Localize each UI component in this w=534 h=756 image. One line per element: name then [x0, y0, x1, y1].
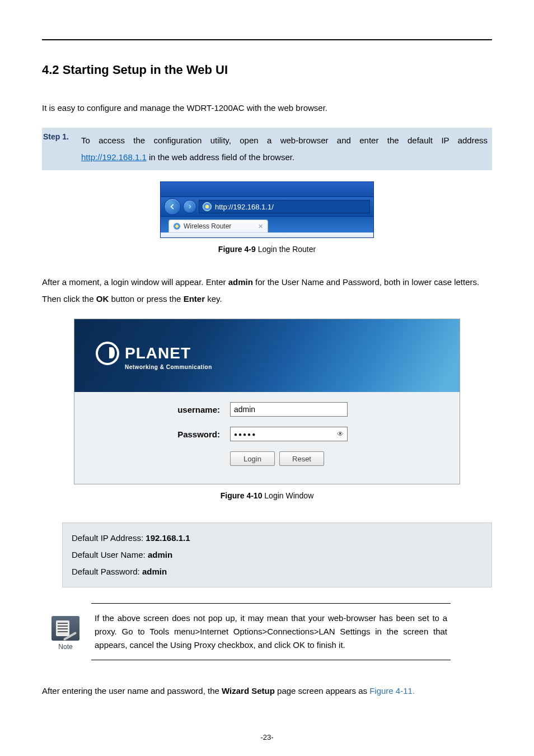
default-user-value: admin: [148, 550, 172, 559]
step-line-1: To access the configuration utility, ope…: [81, 132, 488, 149]
closing-paragraph: After entering the user name and passwor…: [42, 683, 492, 699]
planet-logo-top: PLANET: [96, 342, 212, 365]
back-button[interactable]: [164, 198, 181, 215]
ap-ok: OK: [96, 294, 109, 304]
figure-2-text: Login Window: [262, 491, 313, 500]
default-user-row: Default User Name: admin: [72, 547, 483, 563]
password-row: Password: ●●●●● 👁: [125, 427, 409, 441]
note-icon-label: Note: [58, 643, 72, 651]
arrow-right-icon: [187, 204, 193, 209]
note-icon: [51, 616, 79, 641]
login-button[interactable]: Login: [230, 451, 275, 466]
closing-figure-link[interactable]: Figure 4-11.: [369, 686, 415, 696]
figure-1-caption: Figure 4-9 Login the Router: [42, 245, 492, 254]
closing-b: page screen appears as: [275, 686, 369, 696]
top-rule: [42, 39, 492, 40]
page-container: 4.2 Starting Setup in the Web UI It is e…: [0, 0, 534, 756]
default-ip-row: Default IP Address: 192.168.1.1: [72, 530, 483, 547]
page-number: -23-: [42, 733, 492, 741]
step-body: To access the configuration utility, ope…: [81, 132, 488, 166]
note-icon-cell: Note: [45, 603, 86, 660]
planet-orb-icon: [96, 342, 119, 365]
address-field[interactable]: http://192.168.1.1/: [199, 200, 370, 213]
reveal-password-icon[interactable]: 👁: [337, 430, 344, 438]
password-mask: ●●●●●: [234, 431, 256, 437]
tab-title: Wireless Router: [184, 222, 231, 230]
planet-brand-main: PLANET: [125, 344, 191, 362]
closing-a: After entering the user name and passwor…: [42, 686, 222, 696]
password-input[interactable]: ●●●●● 👁: [230, 427, 348, 441]
figure-1-label: Figure 4-9: [218, 245, 256, 254]
ap-enter: Enter: [184, 294, 205, 304]
ap-admin: admin: [228, 277, 253, 287]
step-text-after: in the web address field of the browser.: [147, 152, 294, 162]
default-ip-value: 192.168.1.1: [146, 533, 190, 543]
planet-brand-sub: Networking & Communication: [125, 364, 212, 370]
browser-titlebar: [161, 182, 373, 197]
browser-figure: http://192.168.1.1/ Wireless Router ✕: [160, 181, 374, 238]
browser-tab[interactable]: Wireless Router ✕: [168, 220, 268, 232]
username-input[interactable]: admin: [230, 402, 348, 417]
reset-button[interactable]: Reset: [279, 451, 324, 466]
note-text: If the above screen does not pop up, it …: [91, 603, 451, 660]
password-label: Password:: [125, 430, 230, 439]
default-pw-label: Default Password:: [72, 567, 142, 576]
ap-1d: key.: [205, 294, 222, 304]
figure-1-text: Login the Router: [256, 245, 316, 254]
login-header: PLANET Networking & Communication: [74, 319, 460, 392]
login-buttons-row: Login Reset: [230, 451, 409, 466]
default-pw-value: admin: [142, 567, 167, 576]
default-pw-row: Default Password: admin: [72, 563, 483, 580]
ap-1c: button or press the: [109, 294, 183, 304]
figure-2-label: Figure 4-10: [221, 491, 263, 500]
defaults-box: Default IP Address: 192.168.1.1 Default …: [62, 522, 492, 587]
login-body: username: admin Password: ●●●●● 👁 Login …: [74, 392, 460, 484]
ie-icon: [203, 202, 212, 211]
username-value: admin: [234, 405, 255, 414]
username-row: username: admin: [125, 402, 409, 417]
arrow-left-icon: [168, 203, 176, 211]
figure-2-caption: Figure 4-10 Login Window: [42, 491, 492, 500]
login-figure: PLANET Networking & Communication userna…: [74, 319, 460, 484]
section-heading: 4.2 Starting Setup in the Web UI: [42, 63, 492, 77]
planet-logo: PLANET Networking & Communication: [96, 342, 212, 370]
step-label: Step 1.: [42, 132, 81, 166]
intro-paragraph: It is easy to configure and manage the W…: [42, 100, 492, 116]
note-pen-icon: [63, 632, 77, 641]
default-ip-label: Default IP Address:: [72, 533, 146, 543]
address-bar-row: http://192.168.1.1/: [161, 197, 373, 217]
browser-toolbar-stub: [161, 232, 373, 237]
tab-favicon-icon: [174, 223, 180, 230]
default-user-label: Default User Name:: [72, 550, 148, 559]
forward-button[interactable]: [183, 200, 196, 213]
tab-row: Wireless Router ✕: [161, 217, 373, 232]
step-row: Step 1. To access the configuration util…: [42, 128, 492, 170]
step-text-before: To access the configuration utility, ope…: [81, 136, 488, 145]
after-moment-paragraph: After a moment, a login window will appe…: [42, 274, 492, 307]
ap-1a: After a moment, a login window will appe…: [42, 277, 228, 287]
note-block: Note If the above screen does not pop up…: [45, 603, 492, 660]
closing-bold: Wizard Setup: [222, 686, 275, 696]
step-url-link[interactable]: http://192.168.1.1: [81, 152, 147, 162]
tab-close-icon[interactable]: ✕: [258, 223, 263, 230]
address-url: http://192.168.1.1/: [215, 203, 274, 211]
username-label: username:: [125, 405, 230, 414]
